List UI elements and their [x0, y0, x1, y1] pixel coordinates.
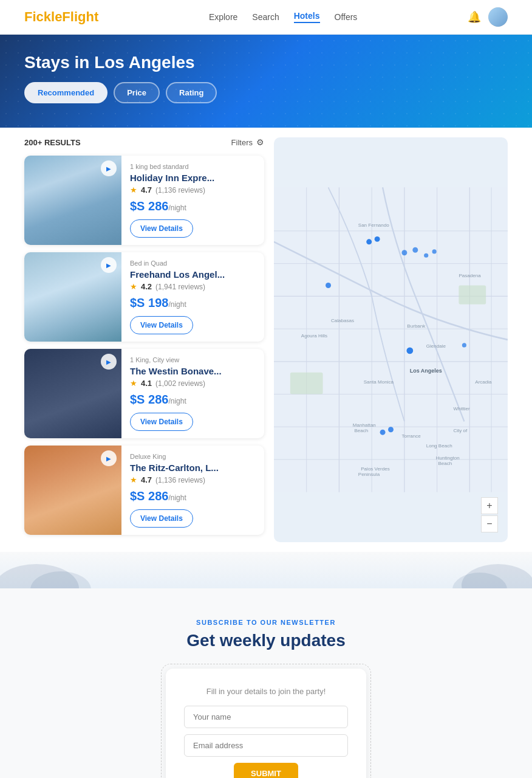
price-row-3: $S 286/night [130, 393, 256, 407]
play-icon-4[interactable]: ▶ [101, 450, 117, 466]
filter-price[interactable]: Price [114, 82, 160, 103]
filter-rating[interactable]: Rating [166, 82, 217, 103]
name-input[interactable] [184, 706, 348, 728]
svg-text:Long Beach: Long Beach [426, 443, 452, 449]
newsletter-title: Get weekly updates [24, 631, 508, 650]
svg-text:Glendale: Glendale [426, 343, 446, 349]
svg-text:Calabasas: Calabasas [331, 318, 354, 323]
rating-score-2: 4.2 [141, 282, 152, 291]
email-input[interactable] [184, 734, 348, 757]
notification-icon[interactable]: 🔔 [468, 10, 481, 24]
rating-row-3: ★ 4.1 (1,002 reviews) [130, 379, 256, 388]
svg-text:Whittier: Whittier [453, 406, 470, 411]
map-section: San Fernando Pasadena Agoura Hills Calab… [274, 137, 508, 542]
zoom-in-button[interactable]: + [481, 497, 498, 514]
nav-offers[interactable]: Offers [335, 12, 358, 22]
newsletter-section: SUBSCRIBE TO OUR NEWSLETTER Get weekly u… [0, 588, 532, 778]
rating-row-4: ★ 4.7 (1,136 reviews) [130, 475, 256, 484]
filters-button[interactable]: Filters ⚙ [231, 137, 264, 147]
filter-buttons: Recommended Price Rating [24, 82, 508, 103]
view-details-btn-1[interactable]: View Details [130, 219, 193, 238]
price-4: $S 286 [130, 489, 168, 503]
hotel-card-1: ▶ 1 king bed standard Holiday Inn Expre.… [24, 156, 264, 245]
svg-point-46 [388, 427, 394, 432]
submit-button[interactable]: SUBMIT [234, 763, 298, 778]
stars-3: ★ [130, 379, 137, 388]
stars-2: ★ [130, 282, 137, 291]
svg-point-38 [375, 236, 380, 242]
svg-text:Manhattan: Manhattan [353, 422, 376, 428]
nav-icons: 🔔 [468, 7, 508, 27]
svg-text:Beach: Beach [438, 461, 452, 466]
svg-text:Huntington: Huntington [436, 455, 460, 461]
stars-1: ★ [130, 185, 137, 194]
reviews-1: (1,136 reviews) [155, 186, 205, 194]
logo-text: FickleFlight [24, 9, 98, 24]
rating-score-1: 4.7 [141, 185, 152, 194]
results-header: 200+ RESULTS Filters ⚙ [24, 137, 264, 147]
room-type-4: Deluxe King [130, 453, 256, 460]
price-period-1: /night [168, 204, 186, 212]
hotel-name-3: The Westin Bonave... [130, 366, 256, 376]
svg-text:Arcadia: Arcadia [475, 379, 492, 385]
svg-point-42 [432, 249, 437, 253]
svg-point-47 [462, 343, 466, 347]
svg-text:Peninsula: Peninsula [358, 472, 380, 477]
play-icon-2[interactable]: ▶ [101, 257, 117, 273]
svg-text:Santa Monica: Santa Monica [364, 379, 394, 385]
page-title: Stays in Los Angeles [24, 53, 508, 72]
newsletter-box: Fill in your details to join the party! … [166, 669, 366, 778]
svg-point-37 [366, 239, 372, 244]
svg-text:Los Angeles: Los Angeles [410, 368, 442, 374]
newsletter-description: Fill in your details to join the party! [184, 687, 348, 696]
results-section: 200+ RESULTS Filters ⚙ ▶ 1 king bed stan… [24, 137, 264, 542]
zoom-out-button[interactable]: − [481, 515, 498, 532]
view-details-btn-4[interactable]: View Details [130, 509, 193, 528]
avatar-image [488, 7, 508, 27]
rating-row-2: ★ 4.2 (1,941 reviews) [130, 282, 256, 291]
svg-rect-16 [290, 373, 323, 394]
hotel-image-2: ▶ [24, 252, 121, 342]
view-details-btn-3[interactable]: View Details [130, 413, 193, 431]
price-period-4: /night [168, 494, 186, 502]
hotel-info-2: Bed in Quad Freehand Los Angel... ★ 4.2 … [121, 252, 264, 342]
price-row-2: $S 198/night [130, 296, 256, 310]
play-icon-1[interactable]: ▶ [101, 160, 117, 176]
filter-sliders-icon: ⚙ [256, 137, 264, 147]
rating-row-1: ★ 4.7 (1,136 reviews) [130, 185, 256, 194]
price-2: $S 198 [130, 296, 168, 309]
reviews-2: (1,941 reviews) [155, 283, 205, 291]
hotel-name-4: The Ritz-Carlton, L... [130, 463, 256, 473]
price-period-2: /night [168, 300, 186, 309]
reviews-4: (1,136 reviews) [155, 476, 205, 484]
svg-text:City of: City of [453, 428, 468, 433]
hotel-image-3: ▶ [24, 349, 121, 438]
svg-point-41 [424, 253, 428, 258]
svg-text:Torrance: Torrance [401, 433, 421, 439]
price-row-4: $S 286/night [130, 489, 256, 503]
hotel-info-4: Deluxe King The Ritz-Carlton, L... ★ 4.7… [121, 446, 264, 535]
svg-text:Agoura Hills: Agoura Hills [301, 333, 327, 339]
map-svg: San Fernando Pasadena Agoura Hills Calab… [274, 137, 508, 542]
svg-point-39 [401, 250, 407, 255]
play-icon-3[interactable]: ▶ [101, 354, 117, 370]
hotel-card-4: ▶ Deluxe King The Ritz-Carlton, L... ★ 4… [24, 446, 264, 535]
hotel-card-3: ▶ 1 King, City view The Westin Bonave...… [24, 349, 264, 438]
nav-search[interactable]: Search [252, 12, 279, 22]
nav-hotels[interactable]: Hotels [294, 11, 320, 23]
main-content: 200+ RESULTS Filters ⚙ ▶ 1 king bed stan… [0, 128, 532, 552]
svg-rect-0 [274, 187, 508, 492]
view-details-btn-2[interactable]: View Details [130, 316, 193, 334]
svg-point-45 [380, 430, 386, 435]
filter-recommended[interactable]: Recommended [24, 82, 107, 103]
nav-explore[interactable]: Explore [209, 12, 237, 22]
main-nav: Explore Search Hotels Offers [209, 11, 358, 23]
hotel-name-1: Holiday Inn Expre... [130, 173, 256, 183]
hotel-info-1: 1 king bed standard Holiday Inn Expre...… [121, 156, 264, 245]
map-container[interactable]: San Fernando Pasadena Agoura Hills Calab… [274, 137, 508, 542]
reviews-3: (1,002 reviews) [155, 379, 205, 388]
svg-point-40 [412, 247, 418, 253]
avatar[interactable] [488, 7, 508, 27]
svg-text:Pasadena: Pasadena [459, 273, 481, 278]
newsletter-label: SUBSCRIBE TO OUR NEWSLETTER [24, 619, 508, 626]
